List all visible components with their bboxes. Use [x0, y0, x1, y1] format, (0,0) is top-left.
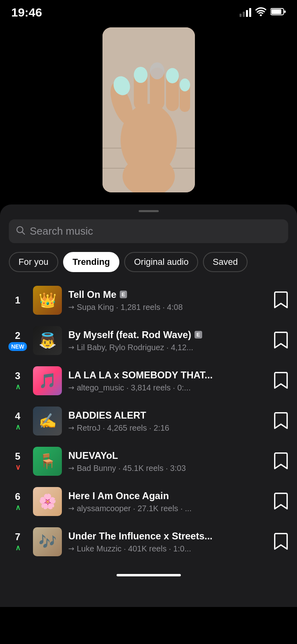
song-meta-text: Lil Baby, Rylo Rodriguez · 4,12...: [77, 343, 193, 352]
bookmark-button[interactable]: [274, 493, 288, 510]
song-meta: ↗Luke Muzzic · 401K reels · 1:0...: [68, 544, 267, 553]
svg-line-21: [23, 232, 25, 234]
home-indicator-bar: [117, 574, 181, 576]
svg-point-15: [166, 68, 179, 83]
link-arrow-icon: ↗: [66, 302, 76, 312]
search-icon: [16, 226, 25, 237]
song-meta: ↗Lil Baby, Rylo Rodriguez · 4,12...: [68, 343, 267, 352]
trend-up-icon: ∧: [15, 423, 20, 431]
link-arrow-icon: ↗: [66, 423, 76, 433]
svg-rect-1: [271, 9, 281, 14]
rank-col-7: 7∧: [9, 531, 27, 552]
drag-handle[interactable]: [139, 210, 159, 212]
rank-number: 3: [15, 370, 20, 382]
song-info: Here I Am Once Again↗alyssamcooper · 27.…: [68, 490, 267, 513]
song-meta-text: Luke Muzzic · 401K reels · 1:0...: [77, 544, 191, 553]
song-meta-text: altego_music · 3,814 reels · 0:...: [77, 383, 191, 392]
video-thumbnail[interactable]: [102, 27, 195, 192]
song-thumbnail: 🎵: [33, 366, 62, 395]
song-thumbnail: 👼: [33, 326, 62, 355]
category-tabs: For you Trending Original audio Saved: [0, 250, 297, 280]
song-info: Under The Influence x Streets...↗Luke Mu…: [68, 530, 267, 553]
link-arrow-icon: ↗: [66, 342, 76, 353]
link-arrow-icon: ↗: [66, 382, 76, 393]
song-title: LA LA LA x SOMEBODY THAT...: [68, 369, 213, 381]
music-item-1[interactable]: 1👑Tell On MeE↗Supa King · 1,281 reels · …: [0, 280, 297, 320]
song-title: Under The Influence x Streets...: [68, 530, 213, 542]
tab-for-you[interactable]: For you: [9, 252, 58, 272]
rank-col-3: 3∧: [9, 370, 27, 391]
rank-number: 7: [15, 531, 20, 543]
song-title: BADDIES ALERT: [68, 410, 146, 421]
song-thumbnail: 👑: [33, 286, 62, 315]
song-title: Tell On Me: [68, 289, 117, 300]
svg-point-17: [180, 78, 190, 91]
music-item-5[interactable]: 5∨🪑NUEVAYoL↗Bad Bunny · 45.1K reels · 3:…: [0, 441, 297, 481]
song-meta-text: RetroJ · 4,265 reels · 2:16: [77, 423, 169, 433]
wifi-icon: [255, 7, 266, 18]
music-list: 1👑Tell On MeE↗Supa King · 1,281 reels · …: [0, 280, 297, 570]
bookmark-button[interactable]: [274, 332, 288, 349]
song-info: NUEVAYoL↗Bad Bunny · 45.1K reels · 3:03: [68, 450, 267, 473]
rank-col-2: 2NEW: [9, 330, 27, 351]
bookmark-button[interactable]: [274, 413, 288, 429]
explicit-badge: E: [195, 331, 202, 339]
song-meta-text: alyssamcooper · 27.1K reels · ...: [77, 504, 192, 513]
tab-original-audio[interactable]: Original audio: [124, 252, 198, 272]
status-time: 19:46: [11, 6, 42, 19]
music-item-4[interactable]: 4∧✍️BADDIES ALERT↗RetroJ · 4,265 reels ·…: [0, 401, 297, 441]
trend-up-icon: ∧: [15, 543, 20, 552]
song-title: NUEVAYoL: [68, 450, 118, 461]
song-meta: ↗Supa King · 1,281 reels · 4:08: [68, 303, 267, 312]
search-placeholder: Search music: [30, 225, 93, 237]
music-item-7[interactable]: 7∧🎶Under The Influence x Streets...↗Luke…: [0, 522, 297, 562]
bookmark-button[interactable]: [274, 372, 288, 389]
song-title: Here I Am Once Again: [68, 490, 169, 502]
rank-col-5: 5∨: [9, 451, 27, 472]
trend-up-icon: ∧: [15, 382, 20, 391]
bookmark-button[interactable]: [274, 453, 288, 470]
video-preview-area: [0, 23, 297, 204]
trend-down-icon: ∨: [15, 463, 20, 472]
link-arrow-icon: ↗: [66, 503, 76, 514]
search-wrap: Search music: [0, 215, 297, 250]
link-arrow-icon: ↗: [66, 463, 76, 473]
link-arrow-icon: ↗: [66, 543, 76, 554]
svg-rect-2: [284, 10, 286, 13]
song-thumbnail: 🌸: [33, 487, 62, 516]
song-thumbnail: 🪑: [33, 447, 62, 476]
song-info: BADDIES ALERT↗RetroJ · 4,265 reels · 2:1…: [68, 410, 267, 433]
bookmark-button[interactable]: [274, 292, 288, 309]
rank-number: 5: [15, 451, 20, 462]
tab-saved[interactable]: Saved: [203, 252, 247, 272]
svg-point-13: [150, 62, 164, 79]
song-title: By Myself (feat. Rod Wave): [68, 329, 191, 341]
rank-col-6: 6∧: [9, 491, 27, 512]
bookmark-button[interactable]: [274, 533, 288, 550]
song-meta: ↗alyssamcooper · 27.1K reels · ...: [68, 504, 267, 513]
tab-trending[interactable]: Trending: [63, 252, 120, 272]
song-info: Tell On MeE↗Supa King · 1,281 reels · 4:…: [68, 289, 267, 312]
song-meta-text: Bad Bunny · 45.1K reels · 3:03: [77, 464, 186, 473]
trend-up-icon: ∧: [15, 503, 20, 512]
explicit-badge: E: [120, 291, 127, 298]
song-meta: ↗altego_music · 3,814 reels · 0:...: [68, 383, 267, 392]
music-item-3[interactable]: 3∧🎵LA LA LA x SOMEBODY THAT...↗altego_mu…: [0, 361, 297, 401]
music-item-2[interactable]: 2NEW👼By Myself (feat. Rod Wave)E↗Lil Bab…: [0, 320, 297, 361]
search-bar[interactable]: Search music: [9, 219, 288, 243]
bottom-sheet: Search music For you Trending Original a…: [0, 204, 297, 607]
bottom-indicator: [0, 570, 297, 584]
drag-handle-wrap: [0, 204, 297, 215]
song-thumbnail: 🎶: [33, 527, 62, 556]
rank-number: 2: [15, 330, 20, 341]
song-meta: ↗Bad Bunny · 45.1K reels · 3:03: [68, 464, 267, 473]
song-thumbnail: ✍️: [33, 407, 62, 436]
status-icons: [240, 7, 286, 18]
rank-col-4: 4∧: [9, 411, 27, 431]
rank-number: 4: [15, 411, 20, 422]
song-meta-text: Supa King · 1,281 reels · 4:08: [77, 303, 183, 312]
rank-col-1: 1: [9, 295, 27, 306]
song-info: By Myself (feat. Rod Wave)E↗Lil Baby, Ry…: [68, 329, 267, 352]
music-item-6[interactable]: 6∧🌸Here I Am Once Again↗alyssamcooper · …: [0, 481, 297, 522]
song-info: LA LA LA x SOMEBODY THAT...↗altego_music…: [68, 369, 267, 392]
